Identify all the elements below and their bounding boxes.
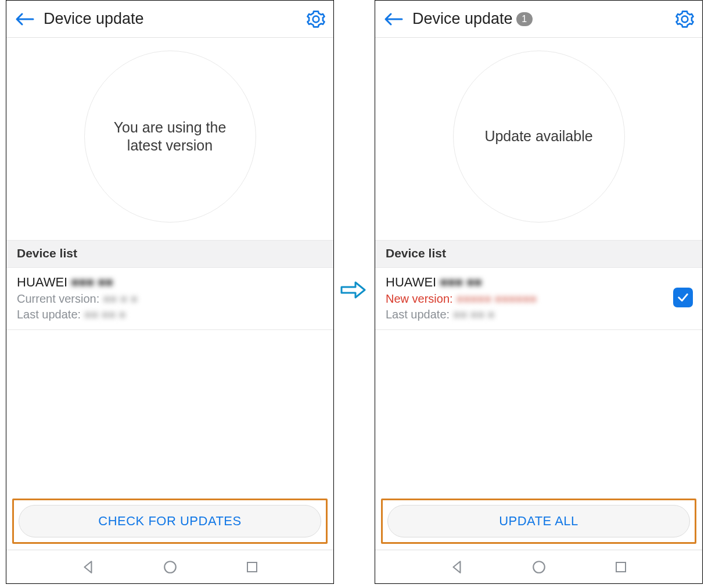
svg-rect-3 xyxy=(616,562,626,572)
row-value-redacted: ■■ ■ ■ xyxy=(103,292,137,306)
update-all-button[interactable]: UPDATE ALL xyxy=(387,505,690,537)
status-text: You are using the latest version xyxy=(102,119,238,155)
row-value-redacted: ■■ ■■ ■ xyxy=(84,308,126,321)
device-name: HUAWEI ■■■ ■■ xyxy=(17,275,323,290)
nav-back-icon[interactable] xyxy=(81,560,96,575)
nav-back-icon[interactable] xyxy=(450,560,465,575)
device-row-last-update: Last update: ■■ ■■ ■ xyxy=(386,308,692,321)
device-name-redacted: ■■■ ■■ xyxy=(71,275,113,290)
status-text: Update available xyxy=(484,127,592,145)
screen-left: Device update You are using the latest v… xyxy=(6,0,334,584)
transition-arrow-icon xyxy=(340,279,366,301)
settings-gear-icon[interactable] xyxy=(307,10,325,28)
tutorial-highlight: UPDATE ALL xyxy=(381,499,696,544)
device-name: HUAWEI ■■■ ■■ xyxy=(386,275,692,290)
device-list-item[interactable]: HUAWEI ■■■ ■■ Current version: ■■ ■ ■ La… xyxy=(6,268,333,330)
app-bar: Device update 1 xyxy=(375,1,702,38)
device-list-item[interactable]: HUAWEI ■■■ ■■ New version: ■■■■■ ■■■■■■ … xyxy=(375,268,702,330)
nav-home-icon[interactable] xyxy=(531,560,547,575)
check-for-updates-button[interactable]: CHECK FOR UPDATES xyxy=(19,505,321,537)
row-value-redacted: ■■■■■ ■■■■■■ xyxy=(457,292,537,306)
device-row-current-version: Current version: ■■ ■ ■ xyxy=(17,292,323,306)
device-name-text: HUAWEI xyxy=(17,275,67,290)
back-icon[interactable] xyxy=(383,11,403,27)
svg-point-2 xyxy=(534,561,545,573)
nav-recent-icon[interactable] xyxy=(614,560,628,574)
device-row-new-version: New version: ■■■■■ ■■■■■■ xyxy=(386,292,692,306)
row-label: Current version: xyxy=(17,292,99,306)
svg-point-0 xyxy=(165,561,177,573)
page-title: Device update xyxy=(44,10,144,28)
status-area: Update available xyxy=(375,38,702,240)
row-label: New version: xyxy=(386,292,453,306)
tutorial-highlight: CHECK FOR UPDATES xyxy=(12,499,328,544)
select-device-checkbox[interactable] xyxy=(673,288,693,307)
row-label: Last update: xyxy=(17,308,81,321)
android-nav-bar xyxy=(6,550,333,583)
nav-recent-icon[interactable] xyxy=(245,560,259,574)
update-count-badge: 1 xyxy=(516,12,533,26)
device-list-heading: Device list xyxy=(375,240,702,268)
status-circle: You are using the latest version xyxy=(84,51,256,223)
status-area: You are using the latest version xyxy=(6,38,333,240)
row-value-redacted: ■■ ■■ ■ xyxy=(453,308,495,321)
settings-gear-icon[interactable] xyxy=(675,10,694,28)
device-row-last-update: Last update: ■■ ■■ ■ xyxy=(17,308,323,321)
nav-home-icon[interactable] xyxy=(163,560,178,575)
device-name-text: HUAWEI xyxy=(386,275,436,290)
app-bar: Device update xyxy=(6,1,333,38)
bottom-area: UPDATE ALL xyxy=(375,492,702,550)
page-title: Device update xyxy=(412,10,513,28)
screen-right: Device update 1 Update available Device … xyxy=(375,0,703,584)
android-nav-bar xyxy=(375,550,702,583)
svg-rect-1 xyxy=(247,562,257,572)
device-list-heading: Device list xyxy=(6,240,333,268)
status-circle: Update available xyxy=(453,51,625,223)
row-label: Last update: xyxy=(386,308,450,321)
back-icon[interactable] xyxy=(15,11,34,27)
bottom-area: CHECK FOR UPDATES xyxy=(6,492,333,550)
device-name-redacted: ■■■ ■■ xyxy=(440,275,482,290)
